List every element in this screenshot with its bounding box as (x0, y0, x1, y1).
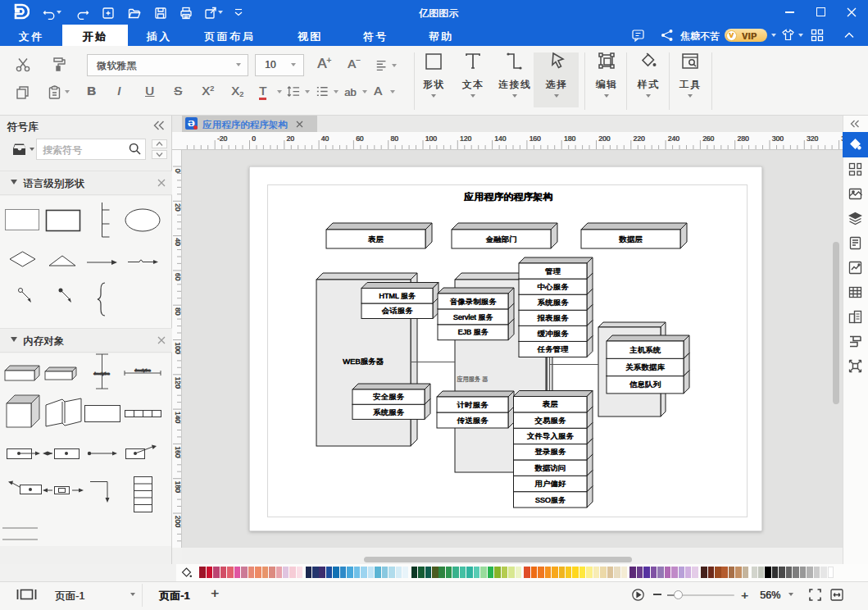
svg-text:300: 300 (772, 134, 784, 143)
svg-text:description: description (93, 371, 109, 376)
svg-text:120: 120 (460, 134, 471, 143)
svg-text:文件导入服务: 文件导入服务 (527, 432, 574, 440)
svg-text:传送服务: 传送服务 (456, 417, 488, 425)
svg-text:用户偏好: 用户偏好 (534, 480, 566, 488)
svg-text:数据层: 数据层 (619, 235, 643, 244)
svg-text:180: 180 (564, 134, 575, 143)
svg-text:180: 180 (174, 480, 182, 492)
svg-text:关系数据库: 关系数据库 (625, 363, 665, 371)
svg-text:交易服务: 交易服务 (534, 417, 566, 425)
svg-text:0: 0 (174, 169, 182, 173)
svg-text:140: 140 (174, 412, 182, 423)
svg-text:100: 100 (174, 342, 182, 353)
svg-text:100: 100 (425, 134, 437, 143)
svg-text:320: 320 (807, 134, 818, 143)
svg-text:中心服务: 中心服务 (538, 283, 569, 291)
svg-text:系统服务: 系统服务 (538, 298, 569, 307)
svg-text:120: 120 (174, 376, 182, 388)
svg-text:会话服务: 会话服务 (382, 307, 413, 315)
svg-text:Servlet 服务: Servlet 服务 (453, 313, 493, 321)
svg-text:计时服务: 计时服务 (456, 401, 488, 409)
svg-text:160: 160 (529, 134, 540, 143)
svg-text:信息队列: 信息队列 (629, 380, 661, 389)
svg-text:报表服务: 报表服务 (536, 314, 568, 322)
svg-text:0: 0 (252, 134, 256, 143)
svg-text:金融部门: 金融部门 (486, 235, 517, 244)
svg-text:安全服务: 安全服务 (373, 393, 404, 401)
svg-text:SSO服务: SSO服务 (535, 496, 566, 504)
svg-text:280: 280 (737, 134, 748, 143)
svg-text:系统服务: 系统服务 (373, 408, 404, 417)
svg-text:音像录制服务: 音像录制服务 (450, 298, 497, 306)
svg-text:80: 80 (390, 134, 398, 143)
svg-text:220: 220 (633, 134, 644, 143)
svg-text:240: 240 (668, 134, 679, 143)
svg-text:200: 200 (598, 134, 610, 143)
svg-text:HTML 服务: HTML 服务 (379, 292, 416, 300)
svg-text:60: 60 (174, 272, 182, 280)
svg-text:表层: 表层 (367, 235, 384, 244)
svg-text:管理: 管理 (545, 267, 561, 275)
svg-text:应用程序的程序架构: 应用程序的程序架构 (463, 191, 553, 202)
svg-text:-20: -20 (217, 134, 228, 143)
svg-text:160: 160 (174, 446, 182, 458)
svg-text:主机系统: 主机系统 (629, 346, 661, 354)
svg-text:缓冲服务: 缓冲服务 (538, 330, 569, 338)
svg-text:20: 20 (286, 134, 294, 143)
svg-text:140: 140 (494, 134, 506, 143)
svg-text:EJB 服务: EJB 服务 (457, 328, 488, 336)
svg-text:任务管理: 任务管理 (536, 345, 568, 353)
svg-text:应用服务 器: 应用服务 器 (457, 376, 488, 383)
svg-text:40: 40 (174, 238, 182, 246)
svg-text:80: 80 (174, 307, 182, 316)
svg-text:260: 260 (702, 134, 714, 143)
svg-text:登录服务: 登录服务 (534, 448, 566, 456)
svg-text:20: 20 (174, 203, 182, 212)
svg-text:WEB服务器: WEB服务器 (343, 357, 384, 366)
svg-text:数据访问: 数据访问 (534, 464, 566, 472)
svg-text:表层: 表层 (542, 400, 558, 408)
svg-text:200: 200 (174, 516, 182, 527)
svg-text:60: 60 (356, 134, 364, 143)
svg-text:40: 40 (321, 134, 329, 143)
svg-text:description: description (134, 368, 150, 372)
